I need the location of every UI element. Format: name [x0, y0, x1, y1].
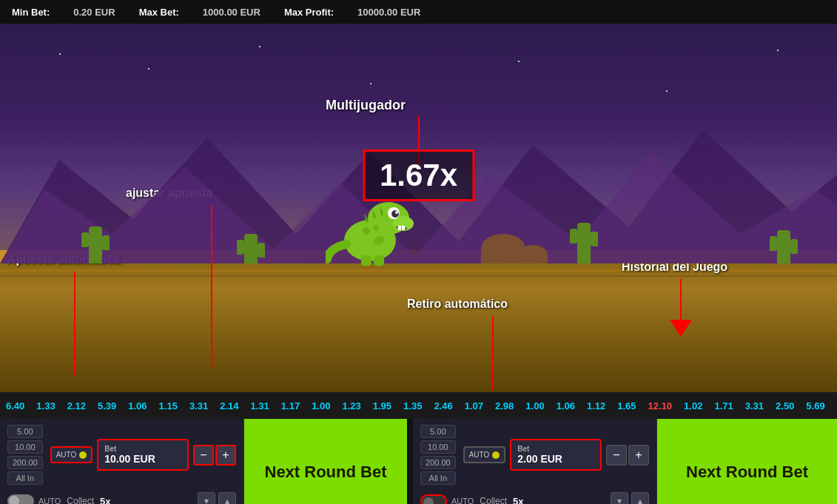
cactus: [244, 234, 258, 263]
multiplier-value: 1.67x: [380, 158, 457, 192]
multiplier-display: 1.67x: [363, 149, 474, 201]
left-bet-amount: Bet 10.00 EUR: [97, 439, 189, 471]
left-arrow-down[interactable]: ▾: [198, 492, 215, 504]
right-stepper: − +: [606, 445, 649, 466]
left-arrow-up[interactable]: ▴: [218, 492, 236, 504]
left-row1: 5.00 10.00 200.00 All In AUTO Bet 10.00 …: [7, 425, 236, 485]
svg-rect-9: [402, 226, 405, 230]
mult-item: 1.07: [465, 400, 483, 411]
left-auto-toggle[interactable]: AUTO: [50, 446, 93, 463]
left-preset-5[interactable]: 5.00: [7, 425, 43, 438]
right-decrease-btn[interactable]: −: [606, 445, 627, 466]
left-stepper: − +: [193, 445, 236, 466]
svg-point-6: [391, 210, 399, 218]
historial-arrow: [662, 279, 699, 338]
right-arrow-up[interactable]: ▴: [631, 492, 649, 504]
left-auto-collect-label: AUTO: [38, 497, 61, 504]
star: [518, 61, 520, 62]
right-bet-panel: 5.00 10.00 200.00 All In AUTO Bet 2.00 E…: [413, 419, 657, 504]
left-collect-knob: [9, 496, 19, 504]
right-auto-collect-label: AUTO: [451, 497, 474, 504]
star: [59, 53, 61, 55]
right-row1: 5.00 10.00 200.00 All In AUTO Bet 2.00 E…: [420, 425, 649, 485]
star: [148, 68, 149, 70]
multipliers-bar: 6.401.332.125.391.061.153.312.141.311.17…: [0, 392, 837, 419]
left-bet-value: 10.00 EUR: [104, 453, 155, 465]
panel-divider: [407, 419, 413, 504]
right-bet-value: 2.00 EUR: [517, 453, 562, 465]
mult-item: 1.00: [312, 400, 330, 411]
right-preset-10[interactable]: 10.00: [420, 440, 456, 454]
left-decrease-btn[interactable]: −: [193, 445, 214, 466]
cactus: [89, 226, 102, 263]
right-bet-label: Bet: [517, 445, 594, 453]
ground: [0, 263, 837, 392]
left-arrow-btns: ▾ ▴: [198, 492, 236, 504]
left-preset-allin[interactable]: All In: [7, 471, 43, 485]
svg-marker-19: [670, 320, 692, 337]
bottom-controls: 5.00 10.00 200.00 All In AUTO Bet 10.00 …: [0, 419, 837, 504]
cactus: [777, 230, 790, 263]
right-collect-toggle: AUTO: [420, 494, 474, 504]
svg-rect-8: [398, 226, 401, 230]
cactus: [577, 223, 591, 263]
left-collect-switch[interactable]: [7, 494, 34, 504]
mult-item: 1.00: [525, 400, 544, 411]
top-bar: Min Bet: 0.20 EUR Max Bet: 1000.00 EUR M…: [0, 0, 837, 24]
star: [370, 83, 372, 84]
mult-item: 1.35: [403, 400, 422, 411]
maxbet-label: Max Bet:: [139, 7, 179, 18]
left-auto-label: AUTO: [56, 451, 77, 459]
svg-point-14: [373, 225, 379, 231]
mult-item: 1.71: [714, 400, 733, 411]
left-increase-btn[interactable]: +: [215, 445, 236, 466]
svg-rect-11: [361, 255, 372, 266]
mult-item: 12.10: [648, 400, 673, 411]
right-preset-5[interactable]: 5.00: [420, 425, 456, 438]
mult-item: 1.95: [373, 400, 391, 411]
mult-item: 1.17: [281, 400, 300, 411]
maxprofit-label: Max Profit:: [284, 7, 334, 18]
mult-item: 2.98: [495, 400, 514, 411]
mult-item: 6.40: [6, 400, 24, 411]
minbet-label: Min Bet:: [12, 7, 50, 18]
left-auto-dot: [79, 451, 87, 459]
right-preset-allin[interactable]: All In: [420, 471, 456, 485]
right-collect-switch[interactable]: [420, 494, 447, 504]
mult-item: 2.14: [220, 400, 238, 411]
mult-item: 3.31: [745, 400, 764, 411]
right-presets: 5.00 10.00 200.00 All In: [420, 425, 456, 485]
mult-item: 1.31: [251, 400, 269, 411]
left-preset-200[interactable]: 200.00: [7, 456, 43, 469]
left-next-round-button[interactable]: Next Round Bet: [244, 419, 407, 504]
left-presets: 5.00 10.00 200.00 All In: [7, 425, 43, 485]
right-row2: AUTO Collect 5x ▾ ▴: [420, 492, 649, 504]
star: [777, 50, 779, 51]
mult-item: 2.12: [67, 400, 86, 411]
right-increase-btn[interactable]: +: [628, 445, 649, 466]
right-auto-toggle[interactable]: AUTO: [463, 446, 506, 463]
mult-item: 5.39: [98, 400, 116, 411]
left-collect-toggle: AUTO: [7, 494, 61, 504]
right-collect-knob: [423, 497, 434, 504]
svg-point-7: [395, 211, 398, 214]
right-auto-label: AUTO: [469, 451, 490, 459]
mult-item: 5.69: [806, 400, 824, 411]
right-bet-amount: Bet 2.00 EUR: [510, 439, 602, 471]
right-arrow-down[interactable]: ▾: [611, 492, 628, 504]
mult-item: 2.50: [776, 400, 794, 411]
maxbet-value: 1000.00 EUR: [203, 7, 260, 18]
left-preset-10[interactable]: 10.00: [7, 440, 43, 454]
mult-item: 1.06: [557, 400, 575, 411]
right-preset-200[interactable]: 200.00: [420, 456, 456, 469]
right-auto-dot: [492, 451, 500, 459]
mult-item: 1.15: [159, 400, 178, 411]
mult-item: 1.02: [684, 400, 702, 411]
left-bet-label: Bet: [104, 445, 181, 453]
star: [666, 90, 668, 92]
right-next-round-button[interactable]: Next Round Bet: [657, 419, 837, 504]
mult-item: 1.65: [617, 400, 636, 411]
mult-item: 1.06: [128, 400, 147, 411]
left-collect-label: Collect: [67, 496, 94, 504]
mult-item: 2.46: [434, 400, 452, 411]
